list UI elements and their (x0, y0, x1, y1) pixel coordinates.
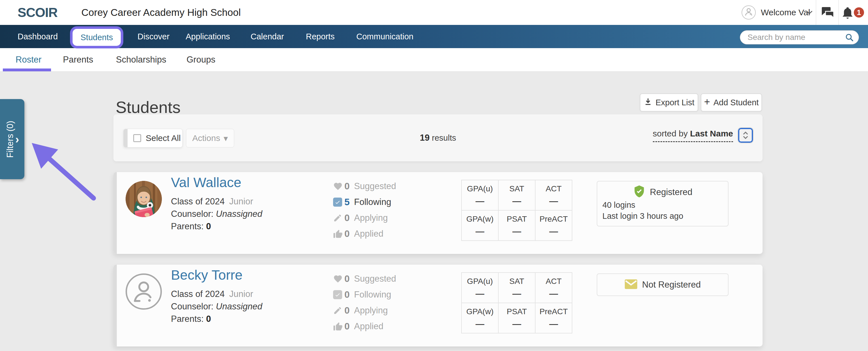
stat-count: 0 (344, 181, 351, 191)
download-icon (644, 97, 652, 108)
score-value: — (549, 319, 558, 329)
user-avatar[interactable] (742, 5, 756, 20)
counselor-line: Counselor: Unassigned (171, 301, 262, 312)
messages-icon[interactable] (821, 6, 835, 20)
nav-item-dashboard[interactable]: Dashboard (18, 25, 58, 48)
student-stats: 0 Suggested 5 Following 0 Applying 0 App… (333, 180, 396, 240)
app-header: SCOIR Corey Career Academy High School W… (0, 0, 868, 25)
stat-row[interactable]: 0 Following (333, 288, 396, 301)
stat-row[interactable]: 0 Applying (333, 304, 396, 316)
score-value: — (549, 226, 558, 237)
score-value: — (549, 196, 558, 206)
card-rail (114, 172, 117, 254)
counselor-value: Unassigned (216, 302, 262, 311)
stat-row[interactable]: 0 Applied (333, 227, 396, 240)
score-label: SAT (509, 184, 524, 193)
student-avatar[interactable] (126, 274, 162, 310)
person-icon (743, 6, 754, 19)
score-value: — (513, 196, 521, 206)
scoir-logo[interactable]: SCOIR (18, 0, 58, 25)
score-cell: GPA(w) — (462, 211, 498, 240)
score-value: — (513, 289, 521, 299)
class-line: Class of 2024Junior (171, 196, 253, 207)
student-name-link[interactable]: Val Wallace (171, 174, 241, 191)
nav-item-communication[interactable]: Communication (356, 25, 413, 48)
tab-parents[interactable]: Parents (63, 48, 93, 71)
person-placeholder-icon (127, 275, 160, 308)
nav-item-applications[interactable]: Applications (186, 25, 230, 48)
filters-panel-toggle[interactable]: Filters (0) › (0, 99, 24, 179)
counselor-line: Counselor: Unassigned (171, 208, 262, 220)
scores-table: GPA(u) — SAT — ACT — GPA(w) — PSAT — Pre… (461, 272, 572, 334)
stat-row[interactable]: 0 Suggested (333, 180, 396, 192)
notifications-bell-icon[interactable] (841, 6, 854, 21)
sort-direction-button[interactable] (738, 128, 753, 143)
annotation-highlight-students: Students (70, 26, 123, 48)
chevron-right-icon: › (15, 134, 19, 145)
score-cell: ACT — (535, 180, 572, 210)
students-subnav: Roster Parents Scholarships Groups (0, 48, 868, 72)
export-list-button[interactable]: Export List (640, 94, 698, 111)
parents-label: Parents: (171, 314, 204, 324)
nav-item-reports[interactable]: Reports (306, 25, 335, 48)
score-value: — (476, 226, 485, 237)
parents-count: 0 (206, 221, 211, 231)
page-title: Students (116, 98, 181, 116)
score-value: — (549, 289, 558, 299)
grade-label: Junior (229, 197, 253, 206)
stat-label: Applying (354, 306, 388, 316)
stat-count: 5 (344, 197, 351, 208)
search-icon[interactable] (845, 33, 854, 43)
score-cell: ACT — (535, 273, 572, 303)
score-label: PreACT (539, 215, 568, 223)
card-rail (114, 265, 117, 347)
score-value: — (476, 319, 485, 329)
score-cell: SAT — (499, 180, 535, 210)
stat-row[interactable]: 0 Suggested (333, 273, 396, 285)
heart-icon (333, 274, 344, 283)
welcome-menu[interactable]: Welcome Val (761, 0, 810, 25)
score-cell: PreACT — (535, 303, 572, 333)
nav-item-students[interactable]: Students (72, 29, 121, 46)
score-label: PSAT (506, 215, 527, 223)
parents-line: Parents: 0 (171, 221, 211, 232)
nav-item-discover[interactable]: Discover (137, 25, 169, 48)
stat-label: Applied (354, 229, 383, 239)
score-label: ACT (546, 277, 562, 286)
sort-chevrons-icon (741, 131, 750, 140)
thumbs-up-icon (333, 322, 344, 331)
score-label: GPA(w) (466, 215, 494, 223)
student-name-link[interactable]: Becky Torre (171, 267, 243, 283)
nav-item-calendar[interactable]: Calendar (251, 25, 284, 48)
student-avatar[interactable] (126, 181, 162, 217)
stat-count: 0 (344, 229, 351, 239)
tab-roster[interactable]: Roster (16, 48, 41, 71)
score-cell: SAT — (499, 273, 535, 303)
stat-label: Following (354, 289, 391, 300)
sorted-by-control[interactable]: sorted by Last Name (653, 129, 733, 142)
add-student-button[interactable]: + Add Student (701, 94, 762, 111)
score-cell: GPA(u) — (462, 180, 498, 210)
score-label: GPA(u) (467, 184, 493, 193)
student-photo (126, 181, 162, 217)
class-of-label: Class of 2024 (171, 289, 225, 299)
score-label: ACT (546, 184, 562, 193)
chevron-down-icon[interactable] (806, 10, 813, 16)
stat-label: Applying (354, 213, 388, 223)
stat-row[interactable]: 0 Applying (333, 212, 396, 224)
stat-label: Suggested (354, 274, 396, 284)
stat-row[interactable]: 0 Applied (333, 320, 396, 332)
counselor-label: Counselor: (171, 302, 213, 311)
tab-scholarships[interactable]: Scholarships (116, 48, 166, 71)
sorted-by-field: Last Name (690, 129, 733, 138)
tab-groups[interactable]: Groups (187, 48, 215, 71)
stat-row[interactable]: 5 Following (333, 196, 396, 208)
sorted-by-prefix: sorted by (653, 129, 688, 138)
search-input[interactable] (740, 30, 859, 44)
results-word: results (432, 133, 456, 142)
plus-icon: + (704, 97, 710, 107)
score-label: SAT (509, 277, 524, 286)
following-checkbox-icon (333, 198, 344, 207)
export-list-label: Export List (656, 98, 694, 107)
registration-box: Registered 40 logins Last login 3 hours … (597, 181, 728, 226)
